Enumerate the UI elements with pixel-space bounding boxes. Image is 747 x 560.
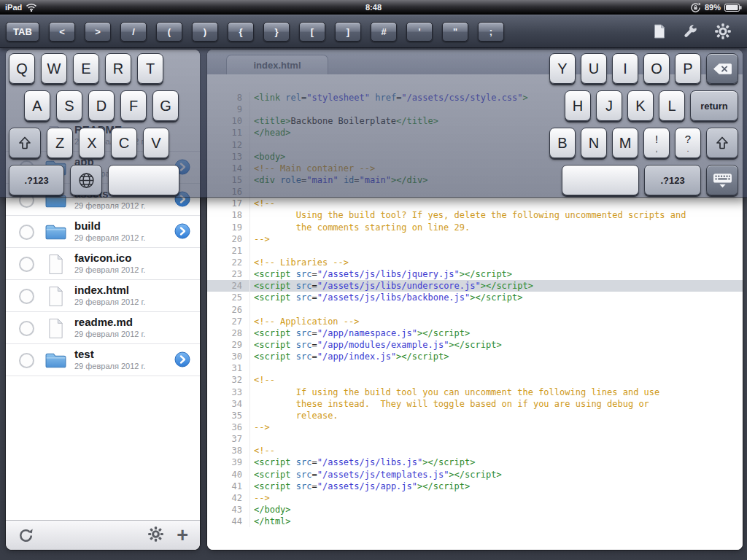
key-f[interactable]: F xyxy=(120,90,147,121)
code-token: <script xyxy=(254,457,291,467)
disclosure-button[interactable] xyxy=(174,351,190,368)
accessory-key-symbol-12[interactable]: " xyxy=(442,22,468,42)
code-text[interactable]: <script src="/assets/js/app.js"></script… xyxy=(250,481,470,492)
key-s[interactable]: S xyxy=(56,90,82,121)
key-q[interactable]: Q xyxy=(9,53,35,84)
key-n[interactable]: N xyxy=(581,128,607,158)
backspace-key[interactable] xyxy=(706,53,738,84)
key-b[interactable]: B xyxy=(549,128,576,158)
return-key[interactable]: return xyxy=(690,90,738,121)
accessory-key-symbol-4[interactable]: ( xyxy=(156,22,182,42)
code-text[interactable]: release. xyxy=(250,410,338,421)
code-text[interactable]: <!-- Libraries --> xyxy=(250,257,349,268)
accessory-key-symbol-7[interactable]: } xyxy=(263,22,290,42)
code-text[interactable]: these instead. They will toggle based on… xyxy=(250,398,649,410)
exclamation-key[interactable]: !, xyxy=(643,128,670,158)
gear-icon[interactable] xyxy=(715,23,731,39)
code-text[interactable]: <script src="/assets/js/libs/jquery.js">… xyxy=(250,268,512,280)
key-a[interactable]: A xyxy=(24,90,50,121)
code-text[interactable]: the comments starting on line 29. xyxy=(250,222,470,233)
code-text[interactable]: <!-- xyxy=(250,445,275,456)
code-text[interactable]: </body> xyxy=(250,504,291,516)
code-text[interactable]: <script src="/app/namespace.js"></script… xyxy=(250,327,470,339)
select-circle[interactable] xyxy=(19,289,34,304)
refresh-icon[interactable] xyxy=(18,527,34,544)
question-key[interactable]: ?. xyxy=(675,128,701,158)
disclosure-button[interactable] xyxy=(174,223,190,239)
code-text[interactable] xyxy=(250,304,254,316)
numbers-left-key[interactable]: .?123 xyxy=(9,165,64,195)
key-h[interactable]: H xyxy=(565,90,591,121)
code-text[interactable]: <script src="/app/modules/example.js"></… xyxy=(250,339,502,351)
accessory-key-symbol-2[interactable]: > xyxy=(85,22,111,42)
document-icon[interactable] xyxy=(654,24,665,39)
code-text[interactable]: --> xyxy=(250,233,270,245)
select-circle[interactable] xyxy=(19,353,34,368)
key-w[interactable]: W xyxy=(41,53,67,84)
numbers-right-key[interactable]: .?123 xyxy=(644,165,701,195)
space-left-key[interactable] xyxy=(108,165,179,195)
code-text[interactable]: --> xyxy=(250,421,270,433)
code-text[interactable] xyxy=(250,362,254,374)
code-text[interactable]: <script src="/assets/js/libs.js"></scrip… xyxy=(250,456,475,468)
key-j[interactable]: J xyxy=(596,90,622,121)
key-k[interactable]: K xyxy=(627,90,654,121)
code-text[interactable]: <!-- Application --> xyxy=(250,316,360,327)
file-row[interactable]: index.html29 февраля 2012 г. xyxy=(6,280,200,312)
code-text[interactable]: <script src="/assets/js/libs/backbone.js… xyxy=(250,292,523,303)
code-text[interactable]: <!-- xyxy=(250,198,275,209)
globe-key[interactable] xyxy=(70,165,102,195)
add-file-button[interactable]: + xyxy=(177,526,188,545)
accessory-key-symbol-13[interactable]: ; xyxy=(478,22,504,42)
code-text[interactable] xyxy=(250,433,254,445)
select-circle[interactable] xyxy=(19,321,34,336)
file-row[interactable]: readme.md29 февраля 2012 г. xyxy=(6,312,200,344)
code-text[interactable]: <script src="/assets/js/templates.js"></… xyxy=(250,469,502,481)
key-t[interactable]: T xyxy=(137,53,163,84)
code-text[interactable]: If using the build tool you can uncommen… xyxy=(250,386,659,398)
key-r[interactable]: R xyxy=(105,53,131,84)
key-c[interactable]: C xyxy=(111,128,137,158)
hide-keyboard-key[interactable] xyxy=(706,165,738,195)
select-circle[interactable] xyxy=(19,225,34,240)
wrench-icon[interactable] xyxy=(683,24,697,39)
key-e[interactable]: E xyxy=(73,53,99,84)
space-right-key[interactable] xyxy=(562,165,639,195)
code-text[interactable]: <!-- xyxy=(250,374,275,386)
key-l[interactable]: L xyxy=(659,90,685,121)
key-z[interactable]: Z xyxy=(47,128,73,158)
code-token: <script xyxy=(254,470,291,480)
accessory-key-symbol-11[interactable]: ' xyxy=(406,22,433,42)
file-row[interactable]: build29 февраля 2012 г. xyxy=(6,216,200,248)
shift-left-key[interactable] xyxy=(9,128,41,158)
code-text[interactable]: <script src="/assets/js/libs/underscore.… xyxy=(250,280,533,292)
code-text[interactable]: <script src="/app/index.js"></script> xyxy=(250,351,449,362)
code-text[interactable]: </html> xyxy=(250,516,291,527)
key-i[interactable]: I xyxy=(612,53,638,84)
key-u[interactable]: U xyxy=(581,53,607,84)
shift-right-key[interactable] xyxy=(706,128,738,158)
accessory-key-symbol-10[interactable]: # xyxy=(371,22,397,42)
file-row[interactable]: test29 февраля 2012 г. xyxy=(6,344,200,376)
key-x[interactable]: X xyxy=(79,128,105,158)
sidebar-settings-icon[interactable] xyxy=(148,526,163,545)
accessory-key-symbol-5[interactable]: ) xyxy=(192,22,218,42)
key-g[interactable]: G xyxy=(152,90,179,121)
key-o[interactable]: O xyxy=(643,53,670,84)
key-y[interactable]: Y xyxy=(549,53,576,84)
accessory-key-symbol-9[interactable]: ] xyxy=(335,22,361,42)
file-row[interactable]: favicon.ico29 февраля 2012 г. xyxy=(6,248,200,280)
accessory-key-symbol-6[interactable]: { xyxy=(228,22,254,42)
accessory-key-tab[interactable]: TAB xyxy=(6,22,39,42)
accessory-key-symbol-8[interactable]: [ xyxy=(299,22,325,42)
accessory-key-symbol-3[interactable]: / xyxy=(120,22,147,42)
code-text[interactable] xyxy=(250,245,254,257)
accessory-key-symbol-1[interactable]: < xyxy=(49,22,75,42)
key-m[interactable]: M xyxy=(612,128,638,158)
code-text[interactable]: --> xyxy=(250,492,270,504)
code-text[interactable]: Using the build tool? If yes, delete the… xyxy=(250,209,686,221)
select-circle[interactable] xyxy=(19,257,34,272)
key-d[interactable]: D xyxy=(88,90,115,121)
key-p[interactable]: P xyxy=(675,53,701,84)
key-v[interactable]: V xyxy=(143,128,169,158)
